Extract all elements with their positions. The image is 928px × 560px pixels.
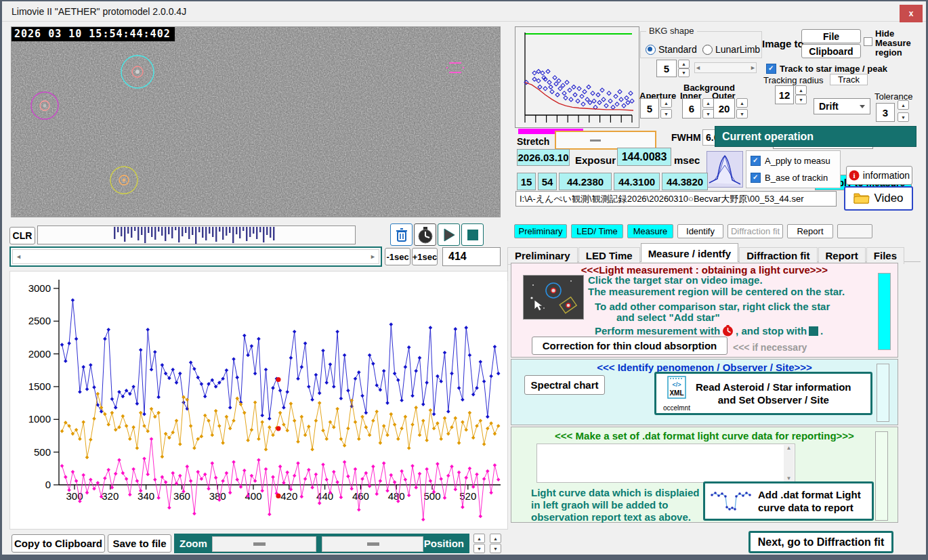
track-check-icon[interactable]: [766, 64, 776, 74]
hide-measure-checkbox[interactable]: [864, 37, 872, 46]
inner-up-icon[interactable]: [702, 98, 714, 108]
radio-lunarlimb[interactable]: LunarLimb: [702, 44, 760, 55]
add-dat-button[interactable]: Add .dat format Light curve data to repo…: [703, 481, 874, 521]
current-operation-bar: Current operation: [715, 126, 916, 147]
outer-up-icon[interactable]: [736, 98, 748, 108]
tab-report[interactable]: Report: [818, 247, 866, 264]
spectral-chart-button[interactable]: Spectral chart: [524, 375, 605, 395]
frame-scroll-right-icon[interactable]: ►: [370, 253, 376, 260]
radio-standard-dot[interactable]: [646, 45, 656, 55]
image-to-clipboard-button[interactable]: Clipboard: [801, 44, 861, 58]
frame-number-field[interactable]: 414: [442, 247, 501, 266]
blur-spinner[interactable]: [678, 60, 690, 77]
radius-up-icon[interactable]: [795, 85, 807, 95]
status-button-report[interactable]: Report: [787, 224, 833, 238]
stretch-slider[interactable]: [555, 131, 656, 150]
position-down-icon[interactable]: [490, 544, 501, 553]
thin-cloud-correction-button[interactable]: Correction for thin cloud absorption: [532, 337, 727, 355]
status-button-measure[interactable]: Measure: [627, 224, 673, 238]
status-button-led-time[interactable]: LED/ Time: [571, 224, 623, 238]
tracking-radius-field[interactable]: 12: [775, 85, 794, 104]
track-button[interactable]: Track: [830, 74, 868, 85]
measure-start-button[interactable]: [414, 223, 436, 246]
radio-lunarlimb-dot[interactable]: [702, 45, 713, 55]
save-to-file-button[interactable]: Save to file: [108, 534, 171, 553]
tolerance-spinner[interactable]: [898, 100, 909, 122]
inner-down-icon[interactable]: [702, 109, 714, 119]
inner-field[interactable]: 6: [682, 98, 701, 119]
drift-combo[interactable]: Drift: [814, 98, 870, 114]
stretch-slider-thumb[interactable]: [590, 139, 601, 142]
textarea-scroll-up-icon[interactable]: ▲: [786, 445, 792, 451]
textarea-scrollbar[interactable]: ▲▼: [784, 445, 794, 481]
green-section-scrollbar[interactable]: [875, 431, 888, 521]
scroll-right-icon[interactable]: ►: [750, 63, 756, 72]
status-button-preliminary[interactable]: Preliminary: [514, 224, 567, 238]
zoom-spinner[interactable]: [473, 534, 485, 553]
stop-button[interactable]: [461, 223, 484, 246]
pink-section-scrollbar[interactable]: [878, 273, 891, 350]
video-open-button[interactable]: Video: [844, 186, 913, 211]
delete-button[interactable]: [390, 223, 413, 246]
aperture-down-icon[interactable]: [660, 109, 672, 119]
position-up-icon[interactable]: [490, 534, 501, 543]
tracking-radius-spinner[interactable]: [795, 85, 807, 104]
image-to-file-button[interactable]: File: [801, 29, 861, 43]
apply-check-icon[interactable]: [751, 156, 761, 166]
tab-measure-identfy[interactable]: Measure / identfy: [641, 243, 739, 262]
tolerance-down-icon[interactable]: [898, 112, 909, 122]
zoom-up-icon[interactable]: [473, 534, 485, 543]
base-check-icon[interactable]: [751, 173, 761, 183]
tab-files[interactable]: Files: [866, 247, 904, 264]
base-of-tracking-checkbox[interactable]: B_ase of trackin: [751, 173, 828, 183]
aperture-field[interactable]: 5: [640, 98, 659, 119]
tolerance-up-icon[interactable]: [898, 100, 909, 110]
clr-button[interactable]: CLR: [9, 227, 35, 244]
radius-down-icon[interactable]: [795, 95, 807, 104]
zoom-down-icon[interactable]: [473, 544, 485, 553]
zoom-slider[interactable]: [212, 536, 316, 552]
position-slider-thumb[interactable]: [367, 542, 379, 546]
psf-icon[interactable]: [706, 151, 743, 188]
scroll-left-icon[interactable]: ◄: [695, 63, 701, 72]
read-asteroid-button[interactable]: </> XML occelmnt Read Asteroid / Star in…: [654, 372, 872, 415]
blur-value-field[interactable]: 5: [656, 60, 677, 77]
frame-scrollbar[interactable]: ◄ ►: [9, 246, 382, 267]
textarea-scroll-down-icon[interactable]: ▼: [786, 475, 792, 481]
tab-preliminary[interactable]: Preliminary: [507, 247, 578, 264]
tab-diffraction-fit[interactable]: Diffraction fit: [739, 247, 817, 264]
outer-spinner[interactable]: [736, 98, 748, 119]
status-button-diffraction-fit[interactable]: Diffraction fit: [727, 224, 783, 238]
aperture-up-icon[interactable]: [660, 98, 672, 108]
tab-led-time[interactable]: LED Time: [578, 247, 640, 264]
inner-spinner[interactable]: [702, 98, 714, 119]
aperture-spinner[interactable]: [660, 98, 672, 119]
play-button[interactable]: [438, 223, 460, 246]
zoom-slider-thumb[interactable]: [253, 542, 266, 546]
status-button-identify[interactable]: Identify: [677, 224, 723, 238]
outer-down-icon[interactable]: [736, 109, 748, 119]
plus-1sec-button[interactable]: +1sec: [412, 248, 438, 265]
apply-to-measure-checkbox[interactable]: A_pply to measu: [751, 156, 830, 166]
position-spinner[interactable]: [490, 534, 501, 553]
track-to-star-checkbox[interactable]: Track to star image / peak: [766, 64, 887, 74]
position-slider[interactable]: [322, 536, 423, 552]
frame-scroll-left-icon[interactable]: ◄: [16, 253, 22, 260]
minus-1sec-button[interactable]: -1sec: [385, 248, 410, 265]
report-textarea[interactable]: ▲▼: [536, 444, 795, 483]
radio-standard[interactable]: Standard: [646, 44, 697, 55]
next-diffraction-fit-button[interactable]: Next, go to Diffraction fit: [748, 531, 893, 553]
blur-up-icon[interactable]: [678, 60, 690, 68]
close-button[interactable]: x: [900, 5, 923, 22]
tolerance-field[interactable]: 3: [876, 103, 895, 122]
cyan-section-scrollbar[interactable]: [877, 364, 889, 422]
outer-field[interactable]: 20: [713, 98, 735, 119]
video-file-path[interactable]: I:\A-えんぺい観測\観測記録2026\20260310○Becvar大野原\…: [515, 191, 837, 207]
blur-scrollbar[interactable]: ◄ ►: [694, 62, 757, 73]
copy-to-clipboard-button[interactable]: Copy to Clipboard: [12, 534, 105, 553]
status-button-blank[interactable]: [837, 224, 872, 238]
zoom-label: Zoom: [180, 538, 207, 549]
blur-down-icon[interactable]: [678, 68, 690, 77]
information-button[interactable]: i information: [846, 166, 912, 185]
video-frame-panel[interactable]: 2026 03 10 15:54:44:402: [11, 26, 501, 217]
